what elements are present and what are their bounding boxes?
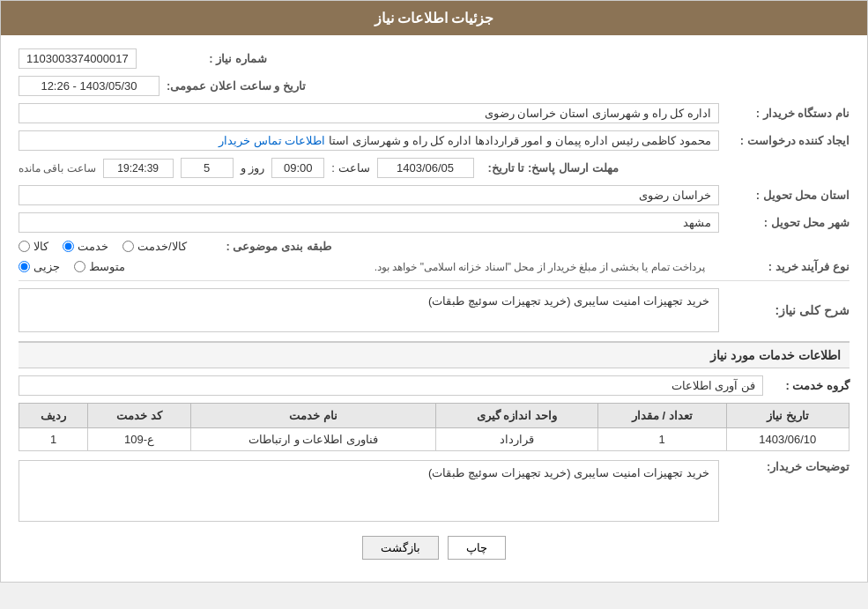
page-title: جزئیات اطلاعات نیاز xyxy=(375,11,494,26)
table-row: 1403/06/10 1 قرارداد فناوری اطلاعات و ار… xyxy=(19,428,849,451)
cell-nam-khedmat: فناوری اطلاعات و ارتباطات xyxy=(190,428,435,451)
content-area: شماره نیاز : 1103003374000017 تاریخ و سا… xyxy=(1,35,867,582)
ijad-konande-value: محمود کاظمی رئیس اداره پیمان و امور قرار… xyxy=(19,130,719,151)
noe-farayand-radio-motawaset[interactable]: متوسط xyxy=(74,260,125,273)
mohlat-rooz-label: روز و xyxy=(241,161,265,175)
nam-dastgah-row: نام دستگاه خریدار : اداره کل راه و شهرسا… xyxy=(19,103,849,123)
tarikh-value: 1403/05/30 - 12:26 xyxy=(19,76,160,96)
col-kod-khedmat: کد خدمت xyxy=(88,404,191,428)
tarikh-row: تاریخ و ساعت اعلان عمومی: 1403/05/30 - 1… xyxy=(19,76,849,96)
mohlat-rooz-value: 5 xyxy=(181,158,234,178)
nam-dastgah-value: اداره کل راه و شهرسازی استان خراسان رضوی xyxy=(19,103,719,123)
tabaqe-radio1-input[interactable] xyxy=(19,241,30,252)
noe-farayand-radio-jozii[interactable]: جزیی xyxy=(19,260,60,273)
cell-radif: 1 xyxy=(19,428,88,451)
grohe-row: گروه خدمت : فن آوری اطلاعات xyxy=(19,375,849,396)
print-button[interactable]: چاپ xyxy=(448,536,506,560)
remaining-label: ساعت باقی مانده xyxy=(19,162,96,175)
col-radif: ردیف xyxy=(19,404,88,428)
sharh-koli-value: خرید تجهیزات امنیت سایبری (خرید تجهیزات … xyxy=(19,288,719,332)
grohe-label: گروه خدمت : xyxy=(770,379,849,392)
shomare-niaz-label: شماره نیاز : xyxy=(144,52,267,65)
tabaqe-row: طبقه بندی موضوعی : کالا/خدمت خدمت کالا xyxy=(19,240,849,253)
tabaqe-radio-kala[interactable]: کالا xyxy=(19,240,48,253)
tawzihat-row: توضیحات خریدار: خرید تجهیزات امنیت سایبر… xyxy=(19,460,849,522)
tabaqe-radio2-input[interactable] xyxy=(63,241,74,252)
tabaqe-radio-khedmat[interactable]: خدمت xyxy=(63,240,108,253)
shahr-label: شهر محل تحویل : xyxy=(726,216,849,229)
ijad-konande-label: ایجاد کننده درخواست : xyxy=(726,134,849,147)
col-tedad: تعداد / مقدار xyxy=(597,404,726,428)
tawzihat-label: توضیحات خریدار: xyxy=(726,460,849,473)
services-table-section: تاریخ نیاز تعداد / مقدار واحد اندازه گیر… xyxy=(19,403,849,451)
purchase-note: پرداخت تمام یا بخشی از مبلغ خریدار از مح… xyxy=(375,261,705,273)
tabaqe-radio-kala-khedmat[interactable]: کالا/خدمت xyxy=(122,240,187,253)
page-header: جزئیات اطلاعات نیاز xyxy=(1,1,867,35)
mohlat-row: مهلت ارسال پاسخ: تا تاریخ: 1403/06/05 سا… xyxy=(19,158,849,178)
tawzihat-value: خرید تجهیزات امنیت سایبری (خرید تجهیزات … xyxy=(19,460,719,522)
grohe-value: فن آوری اطلاعات xyxy=(19,375,763,396)
khadamat-section-title: اطلاعات خدمات مورد نیاز xyxy=(19,341,849,368)
col-nam-khedmat: نام خدمت xyxy=(190,404,435,428)
noe-farayand-label: نوع فرآیند خرید : xyxy=(726,260,849,273)
cell-vahad: قرارداد xyxy=(435,428,597,451)
divider1 xyxy=(19,280,849,281)
shahr-row: شهر محل تحویل : مشهد xyxy=(19,212,849,233)
col-vahad: واحد اندازه گیری xyxy=(435,404,597,428)
cell-tarikh: 1403/06/10 xyxy=(726,428,849,451)
tabaqe-label: طبقه بندی موضوعی : xyxy=(208,240,331,253)
noe-farayand-radio1-input[interactable] xyxy=(19,261,30,272)
sharh-koli-label: شرح کلی نیاز: xyxy=(726,303,849,317)
tabaqe-radio3-input[interactable] xyxy=(122,241,134,252)
ostan-row: استان محل تحویل : خراسان رضوی xyxy=(19,185,849,205)
shomare-niaz-row: شماره نیاز : 1103003374000017 xyxy=(19,48,849,69)
services-table: تاریخ نیاز تعداد / مقدار واحد اندازه گیر… xyxy=(19,403,849,451)
footer-buttons: چاپ بازگشت xyxy=(19,536,849,560)
mohlat-saaat-value: 09:00 xyxy=(271,158,324,178)
mohlat-label: مهلت ارسال پاسخ: تا تاریخ: xyxy=(488,161,619,175)
ostan-label: استان محل تحویل : xyxy=(726,189,849,202)
remaining-value: 19:24:39 xyxy=(103,159,174,178)
shahr-value: مشهد xyxy=(19,212,719,233)
mohlat-date: 1403/06/05 xyxy=(377,158,474,178)
ostan-value: خراسان رضوی xyxy=(19,185,719,205)
nam-dastgah-label: نام دستگاه خریدار : xyxy=(726,107,849,120)
tarikh-label: تاریخ و ساعت اعلان عمومی: xyxy=(167,79,306,93)
cell-kod-khedmat: ع-109 xyxy=(88,428,191,451)
mohlat-saaat-label: ساعت : xyxy=(331,161,369,175)
col-tarikh: تاریخ نیاز xyxy=(726,404,849,428)
back-button[interactable]: بازگشت xyxy=(362,536,439,560)
shomare-niaz-value: 1103003374000017 xyxy=(19,48,137,69)
noe-farayand-radio2-input[interactable] xyxy=(74,261,85,272)
ijad-konande-row: ایجاد کننده درخواست : محمود کاظمی رئیس ا… xyxy=(19,130,849,151)
sharh-koli-row: شرح کلی نیاز: خرید تجهیزات امنیت سایبری … xyxy=(19,288,849,332)
page-wrapper: جزئیات اطلاعات نیاز شماره نیاز : 1103003… xyxy=(0,0,868,583)
tamas-kharidar-link[interactable]: اطلاعات تماس خریدار xyxy=(219,134,325,147)
noe-farayand-row: نوع فرآیند خرید : پرداخت تمام یا بخشی از… xyxy=(19,260,849,273)
cell-tedad: 1 xyxy=(597,428,726,451)
